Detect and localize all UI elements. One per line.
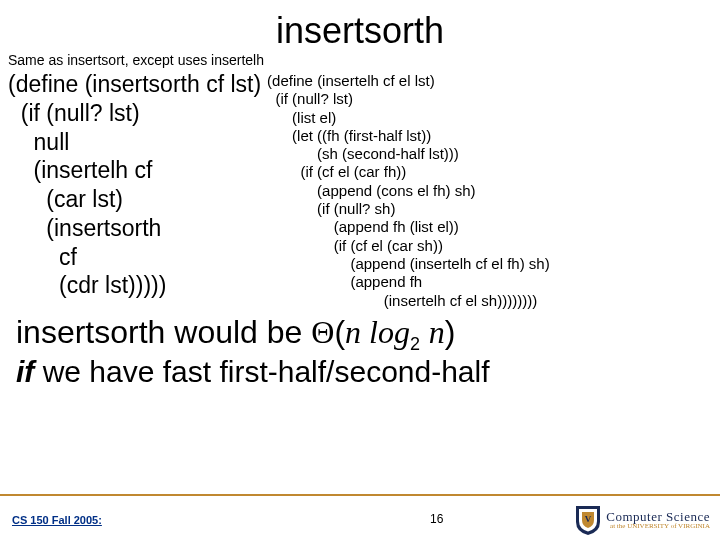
code-columns: (define (insertsorth cf lst) (if (null? … <box>0 68 720 310</box>
log-base: 2 <box>410 334 420 354</box>
complexity-condition: we have fast first-half/second-half <box>34 355 489 388</box>
log-text: log <box>361 314 410 350</box>
var-n1: n <box>345 314 361 350</box>
insertsorth-code: (define (insertsorth cf lst) (if (null? … <box>8 68 261 310</box>
space <box>420 314 429 350</box>
shield-icon: V <box>574 504 602 536</box>
complexity-statement: insertsorth would be Θ(n log2 n) if we h… <box>0 310 720 389</box>
complexity-prefix: insertsorth would be <box>16 314 311 350</box>
insertelh-code: (define (insertelh cf el lst) (if (null?… <box>261 68 550 310</box>
logo-sub-text: at the UNIVERSITY of VIRGINIA <box>606 523 710 530</box>
var-n2: n <box>429 314 445 350</box>
theta-symbol: Θ <box>311 314 334 350</box>
paren-close: ) <box>445 314 456 350</box>
uva-cs-logo: V Computer Science at the UNIVERSITY of … <box>574 504 710 536</box>
slide-title: insertsorth <box>0 0 720 52</box>
course-label: CS 150 Fall 2005: <box>12 514 102 526</box>
footer-divider <box>0 494 720 496</box>
if-word: if <box>16 355 34 388</box>
svg-text:V: V <box>585 514 592 524</box>
paren-open: ( <box>334 314 345 350</box>
page-number: 16 <box>430 512 443 526</box>
logo-text: Computer Science at the UNIVERSITY of VI… <box>606 510 710 530</box>
slide-subtitle: Same as insertsort, except uses insertel… <box>0 52 720 68</box>
